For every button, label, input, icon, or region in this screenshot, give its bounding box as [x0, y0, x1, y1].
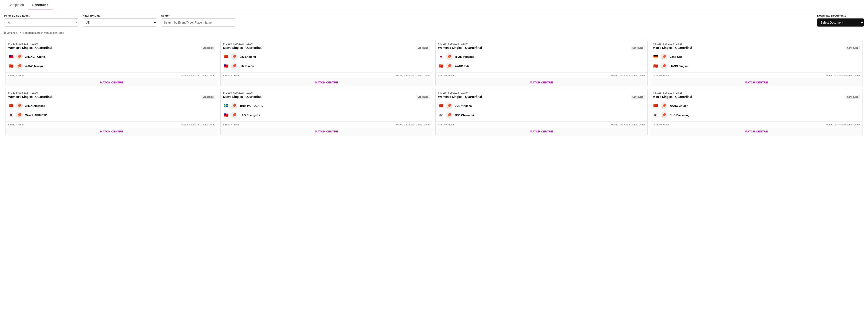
player-avatar: 🏓 [231, 102, 238, 109]
match-event-row: Women's Singles - Quarterfinal Scheduled [438, 46, 645, 50]
matches-info: 8 Matches * All matches are in venue loc… [0, 30, 868, 36]
match-player: 🇯🇵 🏓 Miyuu KIHARA [438, 52, 645, 61]
player-avatar: 🏓 [660, 102, 667, 109]
matches-note: * All matches are in venue local time [20, 31, 64, 34]
match-card: Fri, 13th Sep 2024 - 14:15 Men's Singles… [650, 40, 863, 86]
matches-grid: Fri, 13th Sep 2024 - 12:30 Women's Singl… [0, 36, 868, 139]
match-event-name: Women's Singles - Quarterfinal [438, 95, 482, 99]
player-flag: 🇰🇷 [653, 113, 658, 117]
filter-download-select[interactable]: Select Document [817, 19, 864, 27]
tabs-bar: Completed Scheduled [0, 0, 868, 10]
filter-download-group: Download Documents Select Document [817, 14, 864, 27]
match-centre-button[interactable]: MATCH CENTRE [650, 79, 862, 86]
match-centre-button[interactable]: MATCH CENTRE [6, 128, 218, 135]
match-player: 🇹🇼 🏓 KAO Cheng-Jui [223, 110, 430, 120]
match-player: 🇸🇪 🏓 Truls MOREGARD [223, 101, 430, 110]
match-centre-button[interactable]: MATCH CENTRE [221, 79, 433, 86]
match-event-row: Men's Singles - Quarterfinal Scheduled [223, 95, 430, 99]
player-flag: 🇸🇪 [223, 104, 229, 108]
match-player: 🇰🇷 🏓 CHO Daeseong [653, 110, 860, 120]
player-flag: 🇨🇳 [653, 64, 658, 68]
player-name: CHENG I-Ching [25, 55, 45, 58]
player-name: KAO Cheng-Jui [240, 114, 260, 117]
match-event-name: Men's Singles - Quarterfinal [223, 46, 262, 50]
match-event-name: Women's Singles - Quarterfinal [8, 46, 52, 50]
venue-right: Macao East Asian Games Dome [826, 74, 860, 77]
match-centre-button[interactable]: MATCH CENTRE [650, 128, 862, 135]
match-card: Fri, 13th Sep 2024 - 18:30 Women's Singl… [5, 89, 218, 135]
player-flag: 🇨🇳 [653, 104, 658, 108]
match-event-name: Women's Singles - Quarterfinal [8, 95, 52, 99]
player-avatar: 🏓 [16, 112, 23, 118]
match-datetime: Fri, 13th Sep 2024 - 19:05 [223, 91, 430, 94]
player-avatar: 🏓 [16, 102, 23, 109]
venue-left: Infinity ∞ Arena [438, 74, 454, 77]
match-player: 🇩🇪 🏓 Dang QIU [653, 52, 860, 61]
match-players: 🇨🇳 🏓 CHEN Xingtong 🇯🇵 🏓 Miwa HARIMOTO [6, 99, 218, 121]
match-status-badge: Scheduled [201, 95, 215, 99]
player-flag: 🇹🇼 [223, 113, 229, 117]
match-players: 🇨🇳 🏓 WANG Chuqin 🇰🇷 🏓 CHO Daeseong [650, 99, 862, 121]
match-card-header: Fri, 13th Sep 2024 - 20:15 Men's Singles… [650, 89, 862, 99]
match-card: Fri, 13th Sep 2024 - 20:15 Men's Singles… [650, 89, 863, 135]
match-centre-button[interactable]: MATCH CENTRE [436, 79, 648, 86]
match-card: Fri, 13th Sep 2024 - 12:30 Women's Singl… [5, 40, 218, 86]
venue-left: Infinity ∞ Arena [8, 123, 24, 126]
player-name: WANG Manyu [25, 64, 43, 68]
search-input[interactable] [161, 19, 235, 27]
match-venue-row: Infinity ∞ Arena Macao East Asian Games … [436, 72, 648, 79]
player-avatar: 🏓 [446, 112, 453, 118]
match-players: 🇨🇳 🏓 SUN Yingsha 🇰🇷 🏓 JOO Cheonhui [436, 99, 648, 121]
match-venue-row: Infinity ∞ Arena Macao East Asian Games … [6, 121, 218, 128]
match-card: Fri, 13th Sep 2024 - 19:40 Women's Singl… [435, 89, 648, 135]
match-card: Fri, 13th Sep 2024 - 13:40 Women's Singl… [435, 40, 648, 86]
match-venue-row: Infinity ∞ Arena Macao East Asian Games … [436, 121, 648, 128]
player-name: JOO Cheonhui [455, 114, 474, 117]
filter-date-select[interactable]: All [83, 19, 157, 27]
player-flag: 🇨🇳 [438, 104, 444, 108]
match-player: 🇨🇳 🏓 LIN Shidong [223, 52, 430, 61]
match-event-row: Women's Singles - Quarterfinal Scheduled [8, 46, 215, 50]
match-player: 🇨🇳 🏓 CHEN Xingtong [8, 101, 215, 110]
player-avatar: 🏓 [231, 53, 238, 60]
match-player: 🇨🇳 🏓 WANG Yidi [438, 61, 645, 71]
player-avatar: 🏓 [446, 53, 453, 60]
match-centre-button[interactable]: MATCH CENTRE [6, 79, 218, 86]
filter-sub-event-label: Filter By Sub Event [4, 14, 79, 17]
venue-right: Macao East Asian Games Dome [181, 74, 215, 77]
match-card: Fri, 13th Sep 2024 - 19:05 Men's Singles… [220, 89, 433, 135]
player-avatar: 🏓 [231, 112, 238, 118]
match-status-badge: Scheduled [201, 46, 215, 50]
player-flag: 🇩🇪 [653, 55, 658, 59]
player-name: LIANG Jingkun [670, 64, 689, 68]
venue-right: Macao East Asian Games Dome [611, 74, 645, 77]
match-datetime: Fri, 13th Sep 2024 - 19:40 [438, 91, 645, 94]
match-card-header: Fri, 13th Sep 2024 - 13:40 Women's Singl… [436, 40, 648, 50]
match-player: 🇹🇼 🏓 LIN Yun-Ju [223, 61, 430, 71]
player-name: CHO Daeseong [670, 114, 689, 117]
venue-left: Infinity ∞ Arena [8, 74, 24, 77]
match-datetime: Fri, 13th Sep 2024 - 13:05 [223, 42, 430, 45]
match-centre-button[interactable]: MATCH CENTRE [221, 128, 433, 135]
match-datetime: Fri, 13th Sep 2024 - 12:30 [8, 42, 215, 45]
player-avatar: 🏓 [660, 63, 667, 70]
player-name: LIN Shidong [240, 55, 256, 58]
filter-search-group: Search [161, 14, 235, 27]
match-players: 🇸🇪 🏓 Truls MOREGARD 🇹🇼 🏓 KAO Cheng-Jui [221, 99, 433, 121]
match-venue-row: Infinity ∞ Arena Macao East Asian Games … [221, 121, 433, 128]
tab-scheduled[interactable]: Scheduled [28, 0, 53, 10]
match-status-badge: Scheduled [631, 95, 645, 99]
matches-count: 8 Matches [4, 31, 17, 34]
venue-right: Macao East Asian Games Dome [396, 74, 430, 77]
player-name: SUN Yingsha [455, 104, 472, 107]
match-status-badge: Scheduled [846, 95, 860, 99]
filter-date-group: Filter By Date All [83, 14, 157, 27]
player-name: Miyuu KIHARA [455, 55, 474, 58]
match-event-row: Women's Singles - Quarterfinal Scheduled [8, 95, 215, 99]
match-venue-row: Infinity ∞ Arena Macao East Asian Games … [6, 72, 218, 79]
match-centre-button[interactable]: MATCH CENTRE [436, 128, 648, 135]
tab-completed[interactable]: Completed [4, 0, 28, 10]
venue-right: Macao East Asian Games Dome [396, 123, 430, 126]
filter-sub-event-select[interactable]: All [4, 19, 79, 27]
match-player: 🇨🇳 🏓 SUN Yingsha [438, 101, 645, 110]
